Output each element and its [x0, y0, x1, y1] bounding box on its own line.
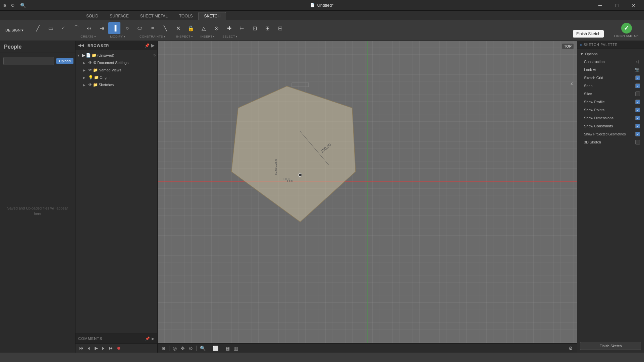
play-button[interactable]: ▶ [94, 345, 99, 351]
axis-z-label: Z [571, 81, 573, 85]
next-button[interactable]: ⏵ [100, 345, 107, 351]
sk-eye-icon: 👁 [88, 82, 92, 87]
close-button[interactable]: ✕ [626, 0, 641, 11]
browser-pin-icon[interactable]: 📌 [145, 43, 150, 48]
canvas-icon-4[interactable]: ⊙ [187, 345, 194, 352]
line-button[interactable]: ╱ [32, 22, 44, 34]
canvas-icon-5[interactable]: 🔍 [199, 345, 207, 352]
tree-sketches[interactable]: ▶ 👁 📁 Sketches [75, 81, 157, 88]
lock-button[interactable]: 🔒 [185, 22, 197, 34]
polyline-button[interactable]: ⌒ [70, 22, 82, 34]
finish-sketch-button[interactable]: ✓ FINISH SKETCH [612, 21, 641, 39]
canvas-icon-1[interactable]: ⊕ [160, 345, 167, 352]
refresh-tree-icon[interactable]: ↻ [153, 54, 156, 57]
equal-button[interactable]: = [147, 22, 159, 34]
menubar: SOLID SURFACE SHEET METAL TOOLS SKETCH D… [0, 11, 644, 41]
show-profile-checkbox[interactable]: ✓ [635, 100, 640, 104]
mirror-button[interactable]: ⇔ [83, 22, 95, 34]
tree-origin[interactable]: ▶ 💡 📁 Origin [75, 74, 157, 81]
canvas-icon-2[interactable]: ◎ [171, 345, 178, 352]
look-at-icon[interactable]: 📷 [634, 67, 640, 73]
nav-cube-label[interactable]: TOP [562, 44, 574, 49]
tab-row: SOLID SURFACE SHEET METAL TOOLS SKETCH [0, 11, 644, 20]
browser-expand-icon[interactable]: ▶ [151, 43, 155, 48]
people-title: People [4, 44, 21, 50]
finish-sketch-bottom-button[interactable]: Finish Sketch [580, 342, 641, 350]
tab-sketch[interactable]: SKETCH [198, 12, 226, 20]
maximize-button[interactable]: □ [609, 0, 625, 11]
canvas[interactable]: TOP Z 150.00 62.530.25.5 5 5 5 ⊡⊡⊡ ⊕ ◎ ✥… [158, 41, 577, 353]
show-points-label: Show Points [584, 108, 633, 112]
show-points-checkbox[interactable]: ✓ [635, 108, 640, 112]
tab-sheet-metal[interactable]: SHEET METAL [135, 12, 173, 20]
show-dimensions-checkbox[interactable]: ✓ [635, 116, 640, 120]
search-icon[interactable]: 🔍 [19, 1, 27, 9]
people-actions: Upload New Folder ⚙ [0, 53, 75, 69]
tab-tools[interactable]: TOOLS [173, 12, 198, 20]
tab-surface[interactable]: SURFACE [104, 12, 135, 20]
palette-content: ▼ Options Construction ◁ Look At 📷 Sketc… [577, 49, 644, 339]
tool3-button[interactable]: ⊞ [261, 22, 273, 34]
app-name: ia [3, 3, 6, 8]
orig-light-icon: 💡 [88, 75, 93, 80]
palette-row-look-at: Look At 📷 [577, 66, 644, 74]
tree-root[interactable]: ▼ ▶ 📄 📁 (Unsaved) ↻ [75, 52, 157, 59]
show-projected-checkbox[interactable]: ✓ [635, 132, 640, 136]
design-button[interactable]: DE SIGN ▾ [3, 24, 26, 36]
svg-text:⊡⊡⊡: ⊡⊡⊡ [283, 177, 291, 181]
refresh-icon[interactable]: ↻ [9, 1, 16, 9]
active-tool[interactable]: ▐ [108, 22, 120, 34]
diag-button[interactable]: ╲ [159, 22, 171, 34]
minimize-button[interactable]: ─ [592, 0, 608, 11]
people-search[interactable] [3, 57, 54, 65]
snap-checkbox[interactable]: ✓ [635, 83, 640, 88]
rect-button[interactable]: ▭ [45, 22, 57, 34]
upload-button[interactable]: Upload [56, 58, 73, 64]
cross2-button[interactable]: ✚ [223, 22, 235, 34]
show-constraints-checkbox[interactable]: ✓ [635, 124, 640, 128]
palette-options-header[interactable]: ▼ Options [577, 50, 644, 58]
file-icon: 📄 [310, 3, 315, 7]
orig-folder-icon: 📁 [94, 75, 99, 80]
offset-button[interactable]: ⇥ [96, 22, 108, 34]
rewind-button[interactable]: ⏮ [78, 345, 85, 351]
triangle-button[interactable]: △ [198, 22, 210, 34]
ellipse-button[interactable]: ⬭ [134, 22, 146, 34]
root-doc-icon: 📄 [86, 53, 91, 58]
comments-pin-icon[interactable]: 📌 [145, 337, 150, 341]
palette-row-snap: Snap ✓ [577, 82, 644, 90]
browser-collapse-icon[interactable]: ◀◀ [78, 43, 84, 48]
target-button[interactable]: ⊙ [210, 22, 222, 34]
tool1-button[interactable]: ⊢ [236, 22, 248, 34]
tree-document-settings[interactable]: ▶ 👁 ⚙ Document Settings [75, 59, 157, 66]
cross-button[interactable]: ✕ [172, 22, 184, 34]
prev-button[interactable]: ⏴ [86, 345, 92, 351]
construction-icon[interactable]: ◁ [634, 59, 640, 65]
comments-expand-icon[interactable]: ▶ [152, 337, 155, 341]
arc-button[interactable]: ◜ [57, 22, 69, 34]
tool4-button[interactable]: ⊟ [274, 22, 286, 34]
tab-solid[interactable]: SOLID [80, 12, 104, 20]
browser-header: ◀◀ BROWSER 📌 ▶ [75, 41, 157, 50]
sketch-grid-checkbox[interactable]: ✓ [635, 75, 640, 80]
people-header: People [0, 41, 75, 53]
tool2-button[interactable]: ⊡ [249, 22, 261, 34]
left-sidebar: People Upload New Folder ⚙ Saved and Upl… [0, 41, 75, 353]
slice-checkbox[interactable] [635, 92, 640, 96]
show-profile-label: Show Profile [584, 100, 633, 104]
canvas-settings-icon[interactable]: ⚙ [567, 345, 574, 352]
circle-button[interactable]: ○ [121, 22, 133, 34]
browser-tree: ▼ ▶ 📄 📁 (Unsaved) ↻ ▶ 👁 ⚙ Document Setti… [75, 50, 157, 90]
sketch-shape: 150.00 62.530.25.5 5 5 5 ⊡⊡⊡ [225, 81, 376, 232]
end-button[interactable]: ⏭ [108, 345, 114, 351]
canvas-icon-6[interactable]: ⬜ [211, 345, 220, 352]
sketch-palette-title: SKETCH PALETTE [584, 43, 618, 47]
orig-arrow: ▶ [83, 76, 88, 79]
canvas-icon-3[interactable]: ✥ [179, 345, 186, 352]
tree-named-views[interactable]: ▶ 👁 📁 Named Views [75, 66, 157, 74]
record-button[interactable]: ⏺ [116, 345, 122, 351]
canvas-icon-7[interactable]: ▦ [224, 345, 231, 352]
files-placeholder: Saved and Uploaded files will appear her… [7, 205, 68, 217]
canvas-icon-8[interactable]: ▥ [232, 345, 239, 352]
3d-sketch-checkbox[interactable] [635, 140, 640, 144]
